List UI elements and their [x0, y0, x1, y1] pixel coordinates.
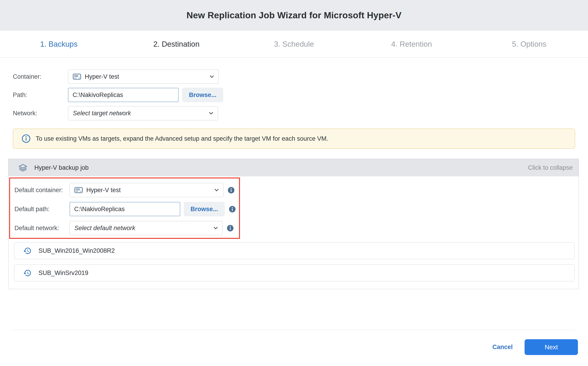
- step-tab-options[interactable]: 5. Options: [470, 31, 588, 57]
- page-title: New Replication Job Wizard for Microsoft…: [187, 10, 402, 20]
- network-row: Network: Select target network: [13, 106, 575, 120]
- default-path-input[interactable]: [70, 202, 180, 216]
- chevron-down-icon: [210, 75, 214, 78]
- job-panel-header[interactable]: Hyper-V backup job Click to collapse: [8, 159, 579, 176]
- default-network-info-icon[interactable]: [227, 225, 234, 232]
- job-panel-title: Hyper-V backup job: [34, 164, 89, 171]
- footer-actions: Cancel Next: [0, 330, 588, 355]
- info-icon: [22, 134, 31, 143]
- browse-button[interactable]: Browse...: [182, 88, 223, 102]
- subjob-name: SUB_WinSrv2019: [39, 269, 88, 277]
- step-tab-schedule[interactable]: 3. Schedule: [235, 31, 353, 57]
- job-panel: Hyper-V backup job Click to collapse Def…: [8, 159, 579, 289]
- default-browse-button[interactable]: Browse...: [184, 202, 225, 216]
- subjob-name: SUB_Win2016_Win2008R2: [39, 247, 115, 254]
- info-banner-text: To use existing VMs as targets, expand t…: [36, 135, 328, 142]
- step-tab-retention[interactable]: 4. Retention: [353, 31, 470, 57]
- chevron-down-icon: [214, 227, 218, 229]
- destination-form: Container: Hyper-V test Path: Browse... …: [13, 69, 575, 120]
- next-button[interactable]: Next: [525, 339, 578, 355]
- default-container-select[interactable]: Hyper-V test: [70, 183, 223, 197]
- cancel-button[interactable]: Cancel: [492, 343, 513, 351]
- default-container-label: Default container:: [15, 187, 70, 194]
- chevron-down-icon: [215, 189, 219, 191]
- datastore-icon: [74, 187, 83, 193]
- path-row: Path: Browse...: [13, 88, 575, 102]
- network-select[interactable]: Select target network: [68, 106, 218, 120]
- wizard-steps: 1. Backups 2. Destination 3. Schedule 4.…: [0, 31, 588, 58]
- wizard-footer: Cancel Next: [0, 330, 588, 355]
- path-label: Path:: [13, 92, 68, 99]
- subjob-row[interactable]: SUB_WinSrv2019: [14, 264, 574, 281]
- container-row: Container: Hyper-V test: [13, 69, 575, 84]
- default-container-select-value: Hyper-V test: [86, 187, 121, 194]
- layers-icon: [18, 164, 27, 172]
- step-tab-destination[interactable]: 2. Destination: [118, 31, 235, 57]
- default-path-row: Default path: Browse...: [15, 202, 236, 216]
- restore-point-icon: [23, 269, 31, 277]
- restore-point-icon: [23, 247, 31, 255]
- default-network-row: Default network: Select default network: [15, 221, 236, 235]
- path-input[interactable]: [68, 88, 179, 102]
- info-banner: To use existing VMs as targets, expand t…: [13, 129, 575, 149]
- default-network-select-placeholder: Select default network: [74, 225, 135, 232]
- container-select-value: Hyper-V test: [85, 73, 119, 80]
- default-container-info-icon[interactable]: [227, 187, 235, 194]
- collapse-hint: Click to collapse: [528, 164, 573, 171]
- chevron-down-icon: [209, 112, 213, 114]
- step-tab-backups[interactable]: 1. Backups: [0, 31, 118, 57]
- wizard-header: New Replication Job Wizard for Microsoft…: [0, 0, 588, 31]
- default-path-info-icon[interactable]: [229, 206, 236, 213]
- network-label: Network:: [13, 110, 68, 117]
- default-path-label: Default path:: [15, 206, 70, 213]
- network-select-placeholder: Select target network: [73, 110, 131, 117]
- default-container-row: Default container: Hyper-V test: [15, 183, 236, 197]
- subjob-row[interactable]: SUB_Win2016_Win2008R2: [14, 242, 574, 259]
- job-panel-body: Default container: Hyper-V test Default …: [8, 176, 579, 289]
- default-network-select[interactable]: Select default network: [70, 221, 223, 235]
- wizard-content: Container: Hyper-V test Path: Browse... …: [0, 69, 588, 149]
- defaults-highlight-box: Default container: Hyper-V test Default …: [9, 177, 240, 239]
- datastore-icon: [73, 73, 81, 80]
- container-label: Container:: [13, 73, 68, 80]
- default-network-label: Default network:: [15, 225, 70, 232]
- wizard-page: New Replication Job Wizard for Microsoft…: [0, 0, 588, 355]
- container-select[interactable]: Hyper-V test: [68, 69, 219, 84]
